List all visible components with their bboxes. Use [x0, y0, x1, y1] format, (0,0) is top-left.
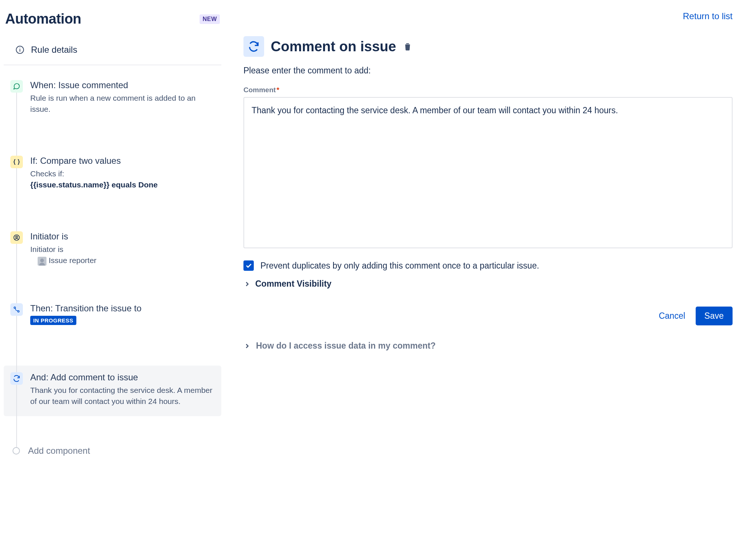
return-to-list-link[interactable]: Return to list — [683, 11, 733, 21]
help-label: How do I access issue data in my comment… — [256, 341, 436, 351]
step-desc: Checks if: {{issue.status.name}} equals … — [30, 168, 215, 191]
panel-intro: Please enter the comment to add: — [243, 66, 733, 76]
step-action-comment[interactable]: And: Add comment to issue Thank you for … — [4, 366, 221, 416]
step-title: And: Add comment to issue — [30, 372, 215, 383]
save-button[interactable]: Save — [696, 307, 733, 325]
svg-point-2 — [20, 48, 20, 48]
step-desc: Rule is run when a new comment is added … — [30, 93, 215, 115]
avatar-placeholder-icon — [38, 257, 46, 266]
transition-icon — [10, 303, 23, 316]
chevron-right-icon — [243, 280, 251, 288]
prevent-duplicates-label: Prevent duplicates by only adding this c… — [260, 261, 539, 271]
step-title: When: Issue commented — [30, 80, 215, 90]
comment-textarea[interactable] — [243, 97, 733, 248]
step-title: If: Compare two values — [30, 156, 215, 166]
refresh-icon — [10, 372, 23, 385]
step-trigger[interactable]: When: Issue commented Rule is run when a… — [4, 80, 221, 115]
add-component-label: Add component — [28, 446, 90, 456]
svg-point-5 — [14, 307, 15, 308]
step-desc: Initiator is Issue reporter — [30, 244, 215, 266]
new-badge: NEW — [200, 14, 220, 24]
empty-circle-icon — [13, 447, 20, 454]
step-condition-initiator[interactable]: Initiator is Initiator is Issue reporter — [4, 231, 221, 266]
help-toggle[interactable]: How do I access issue data in my comment… — [243, 341, 733, 351]
delete-button[interactable] — [403, 42, 412, 51]
info-icon — [15, 45, 24, 54]
comment-visibility-label: Comment Visibility — [255, 279, 332, 289]
braces-icon — [10, 156, 23, 168]
comment-icon — [10, 80, 23, 93]
step-action-transition[interactable]: Then: Transition the issue to IN PROGRES… — [4, 303, 221, 325]
prevent-duplicates-checkbox[interactable] — [243, 260, 254, 271]
panel-title: Comment on issue — [271, 39, 396, 55]
user-circle-icon — [10, 231, 23, 244]
page-heading: Automation — [5, 11, 81, 27]
rule-details-link[interactable]: Rule details — [4, 38, 221, 65]
step-desc: Thank you for contacting the service des… — [30, 385, 215, 407]
step-title: Then: Transition the issue to — [30, 303, 215, 314]
timeline-line — [16, 84, 17, 452]
step-condition-compare[interactable]: If: Compare two values Checks if: {{issu… — [4, 156, 221, 191]
add-component-button[interactable]: Add component — [4, 446, 221, 456]
status-lozenge: IN PROGRESS — [30, 316, 76, 325]
svg-point-6 — [18, 311, 19, 312]
rule-details-label: Rule details — [31, 45, 77, 55]
cancel-button[interactable]: Cancel — [659, 311, 685, 321]
chevron-right-icon — [243, 342, 251, 350]
comment-visibility-toggle[interactable]: Comment Visibility — [243, 279, 733, 289]
step-title: Initiator is — [30, 231, 215, 242]
svg-point-4 — [16, 236, 18, 238]
refresh-icon — [243, 36, 264, 57]
comment-field-label: Comment* — [243, 86, 733, 94]
